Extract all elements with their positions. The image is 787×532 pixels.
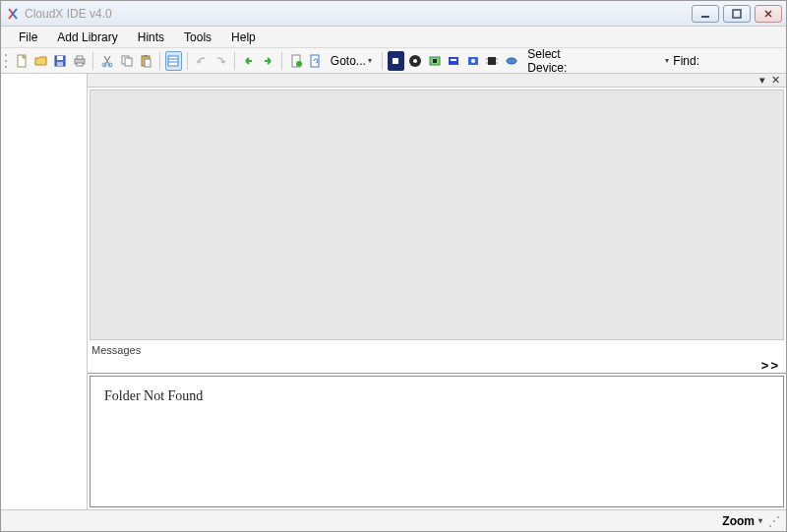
svg-rect-7 bbox=[77, 56, 83, 59]
menu-hints[interactable]: Hints bbox=[128, 29, 174, 46]
find-label: Find: bbox=[673, 54, 699, 68]
workspace: ▾ ✕ Messages >> Folder Not Found bbox=[1, 74, 786, 509]
nav-forward-button[interactable] bbox=[259, 51, 276, 71]
chip-icon-1[interactable] bbox=[388, 51, 405, 71]
svg-rect-29 bbox=[451, 59, 456, 61]
doc-restore-icon[interactable]: ▾ bbox=[759, 74, 765, 87]
svg-point-20 bbox=[296, 61, 302, 67]
paste-button[interactable] bbox=[137, 51, 154, 71]
chevron-down-icon: ▾ bbox=[665, 56, 669, 65]
messages-panel: Messages >> Folder Not Found bbox=[88, 342, 786, 509]
svg-rect-16 bbox=[168, 56, 178, 66]
svg-rect-32 bbox=[488, 57, 496, 65]
menubar: File Add Library Hints Tools Help bbox=[1, 27, 786, 48]
zoom-label: Zoom bbox=[722, 514, 755, 528]
svg-rect-14 bbox=[144, 55, 148, 57]
toolbar-separator bbox=[159, 52, 160, 70]
toggle-view-button[interactable] bbox=[165, 51, 183, 71]
messages-controls: >> bbox=[88, 358, 786, 374]
menu-add-library[interactable]: Add Library bbox=[47, 29, 127, 46]
svg-rect-12 bbox=[125, 58, 132, 66]
toolbar-separator bbox=[187, 52, 188, 70]
menu-tools[interactable]: Tools bbox=[174, 29, 221, 46]
toolbar-separator bbox=[382, 52, 383, 70]
print-button[interactable] bbox=[71, 51, 89, 71]
toolbar-gripper[interactable] bbox=[5, 52, 9, 70]
titlebar: CloudX IDE v4.0 bbox=[1, 1, 786, 27]
nav-back-button[interactable] bbox=[240, 51, 258, 71]
doc-window-controls: ▾ ✕ bbox=[88, 74, 786, 88]
toolbar-separator bbox=[92, 52, 93, 70]
cut-button[interactable] bbox=[98, 51, 116, 71]
svg-point-31 bbox=[471, 59, 475, 63]
menu-file[interactable]: File bbox=[9, 29, 47, 46]
window-controls bbox=[692, 5, 782, 23]
zoom-control[interactable]: Zoom ▾ bbox=[722, 514, 762, 528]
svg-rect-5 bbox=[57, 62, 63, 66]
save-button[interactable] bbox=[51, 51, 69, 71]
statusbar: Zoom ▾ ⋰ bbox=[1, 509, 786, 531]
module-icon-1[interactable] bbox=[445, 51, 462, 71]
menu-help[interactable]: Help bbox=[221, 29, 266, 46]
select-device-label: Select Device: bbox=[527, 47, 592, 75]
minimize-button[interactable] bbox=[692, 5, 719, 23]
project-sidebar[interactable] bbox=[1, 74, 88, 509]
svg-rect-23 bbox=[393, 58, 398, 64]
svg-rect-1 bbox=[733, 10, 741, 18]
svg-rect-27 bbox=[433, 59, 437, 63]
messages-text: Folder Not Found bbox=[104, 388, 203, 403]
open-file-button[interactable] bbox=[32, 51, 50, 71]
device-icon[interactable] bbox=[503, 51, 520, 71]
editor-pane[interactable] bbox=[90, 89, 784, 340]
device-dropdown[interactable]: ▾ bbox=[594, 52, 671, 70]
copy-button[interactable] bbox=[118, 51, 136, 71]
messages-output[interactable]: Folder Not Found bbox=[90, 376, 784, 507]
redo-button[interactable] bbox=[212, 51, 230, 71]
module-icon-2[interactable] bbox=[464, 51, 482, 71]
resize-grip[interactable]: ⋰ bbox=[768, 514, 780, 528]
chevron-down-icon: ▾ bbox=[758, 516, 762, 525]
toolbar-separator bbox=[281, 52, 282, 70]
file-action-button[interactable] bbox=[287, 51, 305, 71]
main-area: ▾ ✕ Messages >> Folder Not Found bbox=[88, 74, 786, 509]
svg-rect-0 bbox=[701, 16, 709, 18]
svg-rect-4 bbox=[57, 56, 63, 60]
doc-close-icon[interactable]: ✕ bbox=[771, 74, 780, 87]
toolbar: Goto... ▾ Select Device: ▾ Find: bbox=[1, 48, 786, 74]
window-title: CloudX IDE v4.0 bbox=[25, 7, 692, 21]
chevron-down-icon: ▾ bbox=[368, 56, 372, 65]
maximize-button[interactable] bbox=[723, 5, 751, 23]
svg-point-25 bbox=[413, 59, 417, 63]
svg-point-37 bbox=[507, 58, 516, 64]
svg-rect-15 bbox=[145, 59, 151, 67]
svg-rect-8 bbox=[77, 63, 83, 66]
chip-icon-2[interactable] bbox=[406, 51, 424, 71]
undo-button[interactable] bbox=[193, 51, 211, 71]
close-button[interactable] bbox=[755, 5, 782, 23]
messages-title: Messages bbox=[88, 342, 786, 358]
find-input[interactable] bbox=[705, 52, 782, 70]
new-file-button[interactable] bbox=[13, 51, 30, 71]
refresh-file-button[interactable] bbox=[306, 51, 324, 71]
goto-button[interactable]: Goto... ▾ bbox=[326, 51, 377, 71]
app-icon bbox=[5, 6, 21, 22]
messages-collapse-button[interactable]: >> bbox=[761, 358, 780, 373]
toolbar-separator bbox=[234, 52, 235, 70]
board-icon-1[interactable] bbox=[426, 51, 444, 71]
chip-icon-3[interactable] bbox=[483, 51, 501, 71]
goto-label: Goto... bbox=[331, 54, 366, 68]
